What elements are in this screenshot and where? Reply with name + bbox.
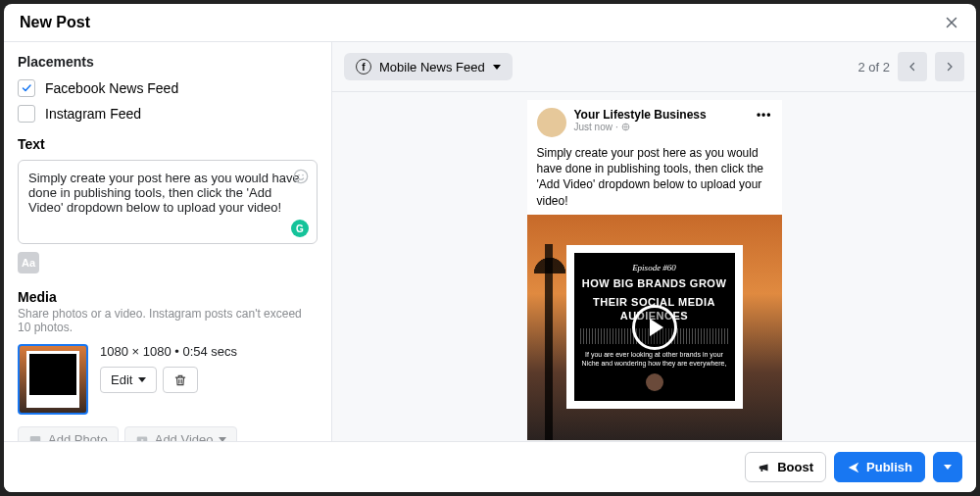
add-video-button[interactable]: Add Video bbox=[124, 426, 238, 441]
card-avatar bbox=[646, 373, 663, 391]
palm-silhouette bbox=[545, 244, 553, 440]
author-name: Your Lifestyle Business bbox=[574, 108, 707, 122]
chevron-down-icon bbox=[138, 377, 146, 382]
checkbox-icon bbox=[18, 79, 35, 97]
delete-media-button[interactable] bbox=[163, 367, 198, 393]
publish-button[interactable]: Publish bbox=[834, 452, 925, 482]
pager-next-button[interactable] bbox=[935, 52, 964, 81]
modal-header: New Post bbox=[4, 4, 976, 42]
placement-label: Instagram Feed bbox=[45, 106, 141, 122]
trash-icon bbox=[173, 373, 187, 387]
composer-panel: Placements Facebook News Feed Instagram … bbox=[4, 42, 332, 441]
close-icon[interactable] bbox=[943, 14, 960, 31]
post-text-value: Simply create your post here as you woul… bbox=[28, 171, 300, 215]
facebook-icon: f bbox=[356, 59, 371, 74]
post-media[interactable]: Episode #60 HOW BIG BRANDS GROW THEIR SO… bbox=[527, 215, 782, 440]
chevron-down-icon bbox=[944, 465, 952, 470]
send-icon bbox=[847, 461, 860, 474]
preview-selector[interactable]: f Mobile News Feed bbox=[344, 53, 513, 80]
post-body: Simply create your post here as you woul… bbox=[527, 145, 782, 215]
post-timestamp: Just now· bbox=[574, 122, 707, 132]
add-photo-button[interactable]: Add Photo bbox=[18, 426, 119, 441]
author-avatar bbox=[537, 108, 566, 137]
media-heading: Media bbox=[18, 289, 318, 305]
preview-pager: 2 of 2 bbox=[858, 52, 964, 81]
preview-selector-label: Mobile News Feed bbox=[379, 60, 485, 74]
post-preview: Your Lifestyle Business Just now· ••• Si… bbox=[527, 100, 782, 440]
modal-footer: Boost Publish bbox=[4, 441, 976, 492]
placement-label: Facebook News Feed bbox=[45, 80, 178, 96]
edit-media-button[interactable]: Edit bbox=[100, 367, 157, 393]
media-meta: 1080 × 1080 • 0:54 secs bbox=[100, 344, 237, 359]
preview-panel: f Mobile News Feed 2 of 2 bbox=[332, 42, 976, 441]
media-row: 1080 × 1080 • 0:54 secs Edit bbox=[18, 344, 318, 415]
new-post-modal: New Post Placements Facebook News Feed I… bbox=[4, 4, 976, 492]
photo-icon bbox=[28, 433, 42, 442]
grammarly-icon[interactable]: G bbox=[291, 220, 309, 237]
placement-facebook-news-feed[interactable]: Facebook News Feed bbox=[18, 79, 318, 97]
play-icon[interactable] bbox=[632, 305, 677, 350]
svg-point-2 bbox=[302, 174, 304, 176]
media-subtext: Share photos or a video. Instagram posts… bbox=[18, 307, 318, 334]
publish-options-button[interactable] bbox=[933, 452, 962, 482]
globe-icon bbox=[621, 123, 630, 131]
placements-heading: Placements bbox=[18, 54, 318, 70]
chevron-down-icon bbox=[493, 65, 501, 70]
more-icon[interactable]: ••• bbox=[757, 108, 772, 137]
text-heading: Text bbox=[18, 136, 318, 152]
boost-button[interactable]: Boost bbox=[745, 452, 826, 482]
preview-stage: Your Lifestyle Business Just now· ••• Si… bbox=[332, 91, 976, 441]
video-icon bbox=[135, 433, 149, 442]
modal-body: Placements Facebook News Feed Instagram … bbox=[4, 42, 976, 441]
placement-instagram-feed[interactable]: Instagram Feed bbox=[18, 105, 318, 123]
emoji-icon[interactable] bbox=[293, 169, 309, 184]
preview-topbar: f Mobile News Feed 2 of 2 bbox=[332, 42, 976, 91]
media-thumbnail[interactable] bbox=[18, 344, 88, 415]
pager-text: 2 of 2 bbox=[858, 60, 890, 74]
svg-point-1 bbox=[298, 174, 300, 176]
svg-point-0 bbox=[294, 170, 307, 182]
pager-prev-button[interactable] bbox=[898, 52, 927, 81]
megaphone-icon bbox=[758, 461, 771, 474]
modal-title: New Post bbox=[20, 14, 90, 31]
checkbox-icon bbox=[18, 105, 35, 123]
post-text-input[interactable]: Simply create your post here as you woul… bbox=[18, 160, 318, 244]
text-style-icon[interactable]: Aa bbox=[18, 252, 39, 273]
